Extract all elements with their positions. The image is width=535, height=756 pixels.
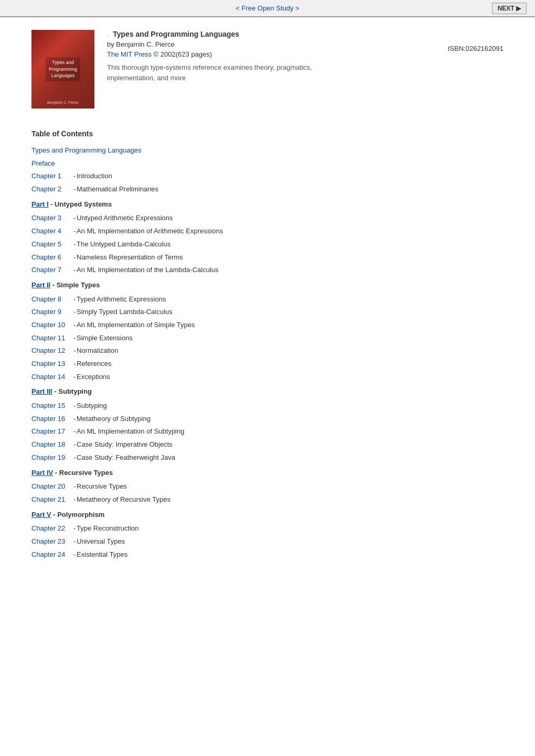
toc-book-link[interactable]: Types and Programming Languages — [31, 146, 142, 154]
chapter-link[interactable]: Chapter 14 — [31, 371, 73, 384]
chapter-desc: Exceptions — [77, 371, 110, 384]
part-i-chapter-5: Chapter 7 - An ML Implementation of the … — [31, 264, 504, 277]
chapter-link[interactable]: Chapter 23 — [31, 535, 73, 548]
part-3-title: - Subtyping — [52, 387, 92, 395]
toc-chapter-2: Chapter 2 - Mathematical Preliminaries — [31, 183, 504, 196]
part-1-title: - Untyped Systems — [49, 200, 112, 208]
book-description: This thorough type-systems reference exa… — [107, 62, 359, 83]
chapter-desc: Normalization — [77, 344, 118, 358]
chapter-desc: Case Study: Featherweight Java — [77, 451, 175, 465]
chapter-desc: Case Study: Imperative Objects — [77, 438, 173, 451]
chapter-link[interactable]: Chapter 6 — [31, 251, 73, 264]
part-iv-chapter-2: Chapter 21 - Metatheory of Recursive Typ… — [31, 493, 504, 506]
chapter-desc: An ML Implementation of the Lambda-Calcu… — [77, 264, 219, 277]
chapter-link[interactable]: Chapter 8 — [31, 293, 73, 306]
toc-preface-link[interactable]: Preface — [31, 159, 55, 167]
part-ii-chapter-7: Chapter 14 - Exceptions — [31, 371, 504, 384]
book-section: Types and Programming Languages Benjamin… — [0, 17, 535, 121]
part-v-chapter-3: Chapter 24 - Existential Types — [31, 548, 504, 561]
publisher-year: © 2002(623 pages) — [154, 50, 212, 58]
free-open-study-link[interactable]: < Free Open Study > — [236, 4, 299, 12]
chapter-link[interactable]: Chapter 9 — [31, 306, 73, 319]
chapter-link[interactable]: Chapter 10 — [31, 319, 73, 332]
part-ii-chapter-5: Chapter 12 - Normalization — [31, 344, 504, 358]
chapter-desc: Subtyping — [77, 399, 107, 413]
part-i-chapter-3: Chapter 5 - The Untyped Lambda-Calculus — [31, 238, 504, 251]
chapter-link[interactable]: Chapter 24 — [31, 548, 73, 561]
part-4-title: - Recursive Types — [53, 469, 113, 477]
chapter-link[interactable]: Chapter 5 — [31, 238, 73, 251]
cover-line3: Languages — [49, 72, 77, 79]
header: < Free Open Study > NEXT ▶ — [0, 0, 535, 17]
part-i-chapter-1: Chapter 3 - Untyped Arithmetic Expressio… — [31, 212, 504, 225]
cover-text: Types and Programming Languages — [46, 57, 80, 81]
cover-author: Benjamin C. Pierce — [47, 101, 79, 104]
chapter-link[interactable]: Chapter 13 — [31, 358, 73, 371]
part-iii-chapter-3: Chapter 17 - An ML Implementation of Sub… — [31, 425, 504, 438]
publisher-link[interactable]: The MIT Press — [107, 50, 152, 58]
book-cover: Types and Programming Languages Benjamin… — [31, 30, 94, 109]
chapter-1-desc: Introduction — [77, 170, 112, 183]
chapter-link[interactable]: Chapter 7 — [31, 264, 73, 277]
chapter-link[interactable]: Chapter 18 — [31, 438, 73, 451]
part-5-link[interactable]: Part V — [31, 511, 51, 519]
chapter-desc: Universal Types — [77, 535, 125, 548]
part-3-link[interactable]: Part III — [31, 387, 52, 395]
chapter-desc: Simple Extensions — [77, 332, 133, 345]
part-4-link[interactable]: Part IV — [31, 469, 53, 477]
toc-section: Table of Contents Types and Programming … — [0, 121, 535, 582]
chapter-link[interactable]: Chapter 17 — [31, 425, 73, 438]
chapter-link[interactable]: Chapter 21 — [31, 493, 73, 506]
chapter-link[interactable]: Chapter 3 — [31, 212, 73, 225]
part-i-chapter-2: Chapter 4 - An ML Implementation of Arit… — [31, 225, 504, 238]
part-2-title: - Simple Types — [50, 281, 100, 289]
book-author: by Benjamin C. Pierce — [107, 40, 359, 48]
part-1-heading: Part I - Untyped Systems — [31, 198, 504, 211]
part-5-heading: Part V - Polymorphism — [31, 509, 504, 522]
book-info: · Types and Programming Languages by Ben… — [107, 30, 359, 83]
part-iii-chapter-4: Chapter 18 - Case Study: Imperative Obje… — [31, 438, 504, 451]
chapter-2-link[interactable]: Chapter 2 — [31, 183, 73, 196]
toc-top-link-1: Types and Programming Languages — [31, 144, 504, 157]
part-iv-chapter-1: Chapter 20 - Recursive Types — [31, 480, 504, 493]
toc-chapter-1: Chapter 1 - Introduction — [31, 170, 504, 183]
part-4-heading: Part IV - Recursive Types — [31, 467, 504, 480]
chapter-link[interactable]: Chapter 22 — [31, 522, 73, 535]
chapter-link[interactable]: Chapter 11 — [31, 332, 73, 345]
chapter-desc: Existential Types — [77, 548, 127, 561]
part-5-title: - Polymorphism — [51, 511, 105, 519]
part-i-chapter-4: Chapter 6 - Nameless Representation of T… — [31, 251, 504, 264]
chapter-link[interactable]: Chapter 16 — [31, 413, 73, 426]
chapter-1-link[interactable]: Chapter 1 — [31, 170, 73, 183]
part-ii-chapter-6: Chapter 13 - References — [31, 358, 504, 371]
chapter-desc: Type Reconstruction — [77, 522, 139, 535]
chapter-desc: Nameless Representation of Terms — [77, 251, 183, 264]
chapter-desc: Typed Arithmetic Expressions — [77, 293, 166, 306]
book-publisher: The MIT Press © 2002(623 pages) — [107, 50, 359, 58]
chapter-desc: Untyped Arithmetic Expressions — [77, 212, 173, 225]
chapter-desc: Recursive Types — [77, 480, 127, 493]
chapter-desc: Metatheory of Recursive Types — [77, 493, 170, 506]
chapter-link[interactable]: Chapter 20 — [31, 480, 73, 493]
part-iii-chapter-2: Chapter 16 - Metatheory of Subtyping — [31, 413, 504, 426]
part-1-link[interactable]: Part I — [31, 200, 49, 208]
chapter-link[interactable]: Chapter 12 — [31, 344, 73, 358]
chapter-desc: Metatheory of Subtyping — [77, 413, 151, 426]
toc-title: Table of Contents — [31, 129, 504, 138]
part-2-heading: Part II - Simple Types — [31, 279, 504, 292]
cover-line2: Programming — [49, 66, 77, 73]
dot-decoration: · — [107, 30, 109, 38]
part-v-chapter-1: Chapter 22 - Type Reconstruction — [31, 522, 504, 535]
chapter-link[interactable]: Chapter 15 — [31, 399, 73, 413]
parts-container: Part I - Untyped SystemsChapter 3 - Unty… — [31, 198, 504, 561]
part-v-chapter-2: Chapter 23 - Universal Types — [31, 535, 504, 548]
chapter-link[interactable]: Chapter 19 — [31, 451, 73, 465]
book-title: Types and Programming Languages — [113, 30, 239, 38]
part-ii-chapter-1: Chapter 8 - Typed Arithmetic Expressions — [31, 293, 504, 306]
chapter-desc: An ML Implementation of Subtyping — [77, 425, 184, 438]
toc-top-link-2: Preface — [31, 157, 504, 170]
part-ii-chapter-4: Chapter 11 - Simple Extensions — [31, 332, 504, 345]
part-2-link[interactable]: Part II — [31, 281, 50, 289]
next-button[interactable]: NEXT ▶ — [492, 3, 527, 14]
chapter-link[interactable]: Chapter 4 — [31, 225, 73, 238]
